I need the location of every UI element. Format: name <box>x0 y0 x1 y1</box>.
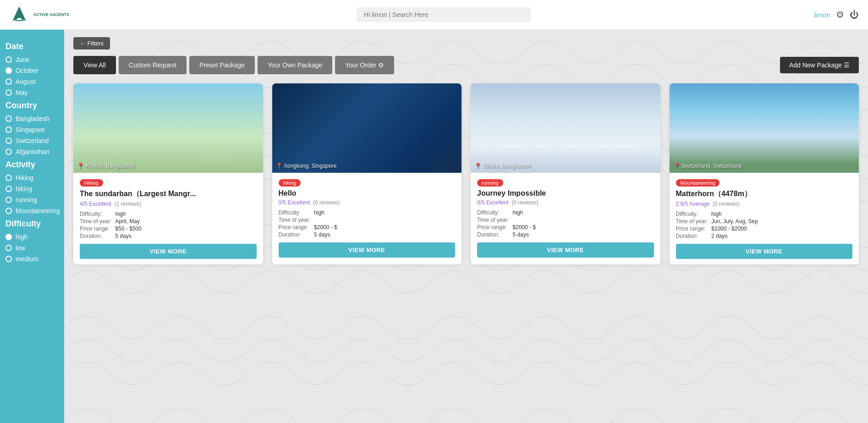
card-details-2: Difficulty: high Time of year: Price ran… <box>279 209 456 238</box>
time-label-4: Time of year: <box>676 218 708 225</box>
rating-score-1: 4/5 Excellent <box>80 201 111 207</box>
logo-text: ACTIVE ASCENTS <box>33 12 69 17</box>
activity-item-0[interactable]: Hiking <box>5 174 59 181</box>
rating-score-3: 0/5 Excellent <box>477 199 509 206</box>
difficulty-label-1: Difficulty: <box>80 211 112 217</box>
tab-preset-package[interactable]: Preset Package <box>189 56 255 74</box>
activity-label-1: hiking <box>16 185 33 192</box>
activity-label-2: running <box>16 196 37 203</box>
card-rating-4: 2.8/5 Average (5 reviews) <box>676 201 853 207</box>
country-radio-1 <box>5 126 12 133</box>
difficulty-label-4: Difficulty: <box>676 211 708 217</box>
price-label-4: Price range: <box>676 225 708 232</box>
card-rating-2: 0/5 Excellent (0 reviews) <box>279 199 456 206</box>
activity-radio-1 <box>5 186 12 192</box>
cards-grid: 📍 Khulna, Bangladesh Hiking The sundarba… <box>73 83 859 264</box>
main-layout: Date JuneOctoberAugustMay Country Bangla… <box>0 30 868 423</box>
time-label-3: Time of year: <box>477 217 509 223</box>
content: ← Filters View All Custom Request Preset… <box>64 30 868 423</box>
date-list: JuneOctoberAugustMay <box>5 56 59 96</box>
time-value-3 <box>513 217 654 223</box>
rating-score-2: 0/5 Excellent <box>279 199 310 206</box>
location-pin-icon-1: 📍 <box>77 163 84 169</box>
country-item-1[interactable]: Singapore <box>5 126 59 133</box>
activity-radio-0 <box>5 175 12 181</box>
card-details-1: Difficulty: high Time of year: April, Ma… <box>80 211 257 239</box>
tab-view-all[interactable]: View All <box>73 56 116 74</box>
tab-your-order[interactable]: Your Order ⚙ <box>335 56 394 74</box>
difficulty-label-0: high <box>16 233 27 241</box>
country-label-3: Afganisthan <box>16 148 49 155</box>
rating-score-4: 2.8/5 Average <box>676 201 710 207</box>
add-new-package-button[interactable]: Add New Package ☰ <box>780 57 859 73</box>
svg-marker-0 <box>13 7 26 21</box>
card-body-4: Mountaineering Matterhorn（4478m） 2.8/5 A… <box>670 173 859 264</box>
location-pin-icon-2: 📍 <box>276 163 283 169</box>
price-label-3: Price range: <box>477 224 509 231</box>
card-body-1: Hiking The sundarban（Largest Mangr... 4/… <box>73 173 263 264</box>
location-pin-icon-4: 📍 <box>673 163 680 169</box>
activity-item-2[interactable]: running <box>5 196 59 203</box>
country-label-1: Singapore <box>16 126 45 133</box>
card-rating-3: 0/5 Excellent (0 reviews) <box>477 199 654 206</box>
difficulty-label-3: Difficulty: <box>477 209 509 216</box>
header-right: limon ⚙ ⏻ <box>814 9 859 20</box>
country-radio-0 <box>5 115 12 122</box>
difficulty-value-1: high <box>115 211 257 217</box>
country-label-2: Switzerland <box>16 137 49 144</box>
tab-your-own-package[interactable]: Your Own Package <box>258 56 332 74</box>
date-item-1[interactable]: October <box>5 67 59 74</box>
card-1: 📍 Khulna, Bangladesh Hiking The sundarba… <box>73 83 263 264</box>
difficulty-label-2: medium <box>16 255 38 263</box>
filter-bar: ← Filters <box>73 37 859 49</box>
price-value-2: $2000 - $ <box>314 224 455 231</box>
country-section-title: Country <box>5 101 59 110</box>
difficulty-value-2: high <box>314 209 455 216</box>
difficulty-item-0[interactable]: high <box>5 233 59 241</box>
country-item-0[interactable]: Bangladesh <box>5 115 59 122</box>
duration-value-4: 2 days <box>711 233 852 239</box>
view-more-btn-1[interactable]: VIEW MORE <box>80 244 257 259</box>
country-item-2[interactable]: Switzerland <box>5 137 59 144</box>
card-4: 📍 Switzerland, Switzerland Mountaineerin… <box>670 83 859 264</box>
view-more-btn-3[interactable]: VIEW MORE <box>477 242 654 258</box>
difficulty-item-2[interactable]: medium <box>5 255 59 263</box>
search-bar <box>73 7 814 22</box>
duration-value-3: 5 days <box>513 231 654 238</box>
gear-icon[interactable]: ⚙ <box>836 9 844 20</box>
date-item-0[interactable]: June <box>5 56 59 63</box>
view-more-btn-2[interactable]: VIEW MORE <box>279 242 456 258</box>
activity-item-3[interactable]: Mountaineering <box>5 207 59 214</box>
date-section-title: Date <box>5 42 59 51</box>
rating-reviews-2: (0 reviews) <box>312 199 340 206</box>
rating-reviews-3: (0 reviews) <box>510 199 538 206</box>
activity-badge-4: Mountaineering <box>676 179 720 187</box>
card-title-1: The sundarban（Largest Mangr... <box>80 189 257 199</box>
view-more-btn-4[interactable]: VIEW MORE <box>676 244 853 259</box>
tab-custom-request[interactable]: Custom Request <box>119 56 187 74</box>
card-image-1: 📍 Khulna, Bangladesh <box>73 83 263 173</box>
price-value-1: $50 - $500 <box>115 225 257 232</box>
date-item-3[interactable]: May <box>5 89 59 96</box>
card-location-2: 📍 hongkong, Singapore <box>276 163 337 169</box>
card-image-4: 📍 Switzerland, Switzerland <box>670 83 859 173</box>
price-value-4: $1000 - $2000 <box>711 225 852 232</box>
card-details-4: Difficulty: high Time of year: Jun, July… <box>676 211 853 239</box>
username-link[interactable]: limon <box>814 11 830 19</box>
duration-label-1: Duration: <box>80 233 112 239</box>
logout-icon[interactable]: ⏻ <box>850 10 859 20</box>
duration-label-3: Duration: <box>477 231 509 238</box>
duration-value-1: 5 days <box>115 233 257 239</box>
card-location-3: 📍 Dhaka, Bangladesh <box>474 163 531 169</box>
activity-item-1[interactable]: hiking <box>5 185 59 192</box>
difficulty-label-1: low <box>16 244 25 252</box>
filters-button[interactable]: ← Filters <box>73 37 110 49</box>
duration-value-2: 5 days <box>314 231 455 238</box>
difficulty-value-3: high <box>513 209 654 216</box>
date-item-2[interactable]: August <box>5 78 59 85</box>
difficulty-item-1[interactable]: low <box>5 244 59 252</box>
search-input[interactable] <box>357 7 531 22</box>
card-details-3: Difficulty: high Time of year: Price ran… <box>477 209 654 238</box>
country-item-3[interactable]: Afganisthan <box>5 148 59 155</box>
card-location-4: 📍 Switzerland, Switzerland <box>673 163 742 169</box>
